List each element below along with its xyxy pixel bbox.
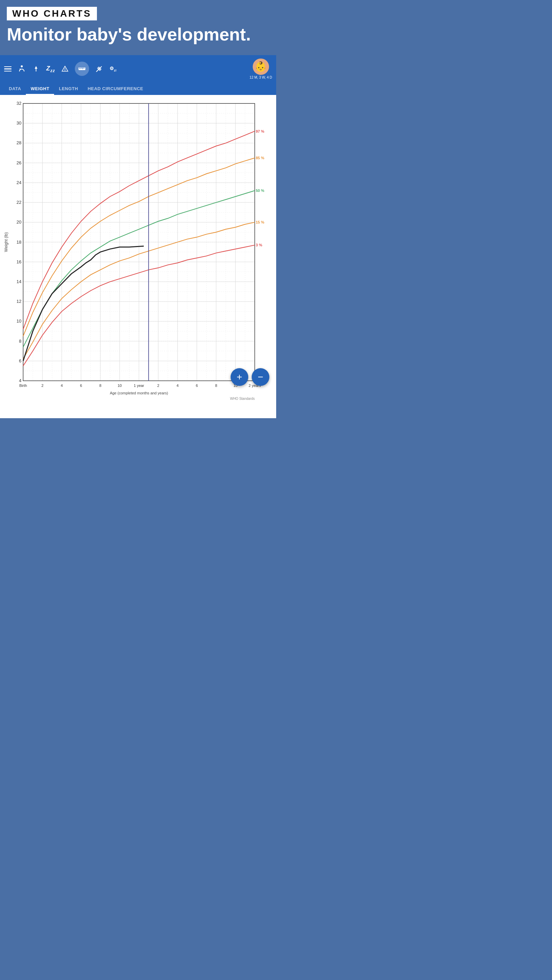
tab-weight[interactable]: WEIGHT xyxy=(26,83,54,95)
growth-chart[interactable] xyxy=(3,98,273,404)
growth-icon[interactable] xyxy=(32,65,40,73)
tab-data[interactable]: DATA xyxy=(4,83,26,94)
svg-point-1 xyxy=(20,69,21,70)
chart-wrapper: + − xyxy=(3,98,273,404)
zoom-in-button[interactable]: + xyxy=(231,368,248,386)
tab-head-circumference[interactable]: HEAD CIRCUMFERENCE xyxy=(83,83,148,94)
toolbar: Zzz ⚙z! 👶 12 M, 3 W, 4 D xyxy=(0,55,276,83)
avatar: 👶 xyxy=(253,59,269,75)
tab-bar: DATA WEIGHT LENGTH HEAD CIRCUMFERENCE xyxy=(0,83,276,95)
app-title: WHO CHARTS xyxy=(12,8,92,19)
header-section: WHO CHARTS Monitor baby's development. xyxy=(0,0,276,55)
fab-container: + − xyxy=(231,368,270,386)
sleep-icon[interactable]: Zzz xyxy=(46,65,55,73)
chart-container: + − xyxy=(0,95,276,418)
svg-rect-5 xyxy=(82,67,83,69)
avatar-age: 12 M, 3 W, 4 D xyxy=(250,76,272,79)
zoom-out-button[interactable]: − xyxy=(252,368,270,386)
syringe-icon[interactable] xyxy=(95,65,103,73)
svg-rect-4 xyxy=(81,67,82,69)
svg-rect-6 xyxy=(84,67,84,69)
app-title-box: WHO CHARTS xyxy=(7,7,97,21)
alert-icon[interactable] xyxy=(61,65,69,73)
measure-icon[interactable] xyxy=(75,62,89,76)
feed-sleep-icon[interactable]: ⚙z! xyxy=(109,66,117,72)
baby-icon[interactable] xyxy=(18,65,26,73)
tagline: Monitor baby's development. xyxy=(7,24,270,45)
menu-icon[interactable] xyxy=(4,66,11,72)
tab-length[interactable]: LENGTH xyxy=(54,83,82,94)
svg-line-9 xyxy=(96,70,98,72)
svg-point-0 xyxy=(21,65,23,67)
avatar-container[interactable]: 👶 12 M, 3 W, 4 D xyxy=(250,59,272,79)
svg-rect-3 xyxy=(79,67,80,69)
